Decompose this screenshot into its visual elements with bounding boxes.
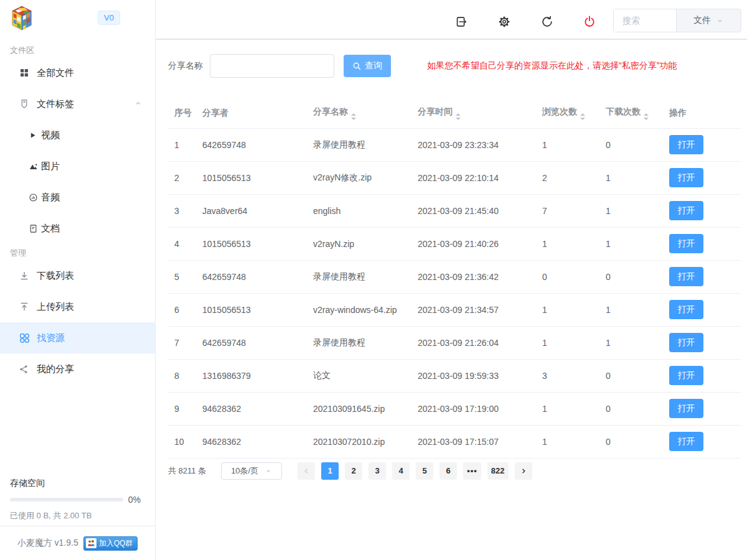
page-button-5[interactable]: 5 [416, 462, 433, 480]
sidebar-item-my-shares[interactable]: 我的分享 [0, 353, 155, 385]
tag-icon [19, 98, 31, 110]
share-name-label: 分享名称 [168, 60, 203, 72]
cell-action: 打开 [663, 293, 741, 326]
sidebar-item-audio[interactable]: 音频 [0, 182, 155, 213]
page-button-3[interactable]: 3 [369, 462, 386, 480]
logout-icon[interactable] [454, 15, 468, 29]
cell-sharer: 1316986379 [196, 359, 307, 392]
cell-action: 打开 [663, 161, 741, 194]
play-icon [29, 131, 38, 140]
search-type-select[interactable]: 文件 [676, 9, 741, 32]
cell-action: 打开 [663, 128, 741, 161]
sidebar-item-image[interactable]: 图片 [0, 151, 155, 182]
cell-time: 2021-03-09 17:19:00 [411, 392, 536, 425]
power-icon[interactable] [583, 15, 596, 29]
cell-downloads: 0 [599, 425, 663, 458]
cell-no: 1 [168, 128, 196, 161]
storage-title: 存储空间 [10, 478, 141, 489]
cell-sharer: 94628362 [196, 425, 307, 458]
table-header: 序号 分享者 分享名称 分享时间 浏览次数 下载次数 操作 [168, 98, 741, 128]
sidebar-item-label: 上传列表 [37, 301, 74, 313]
share-name-input[interactable] [210, 54, 334, 78]
cell-downloads: 0 [599, 359, 663, 392]
col-views[interactable]: 浏览次数 [536, 98, 599, 128]
open-button[interactable]: 打开 [669, 135, 703, 154]
download-icon [19, 269, 31, 282]
filter-row: 分享名称 查询 如果您不希望自己分享的资源显示在此处，请选择“私密分享”功能 [156, 40, 747, 78]
page-button-4[interactable]: 4 [392, 462, 410, 480]
join-qq-group-button[interactable]: 加入QQ群 [83, 536, 138, 551]
cell-name: 录屏使用教程 [307, 326, 411, 359]
page-ellipsis-button[interactable]: ••• [463, 462, 481, 480]
sort-carets-icon[interactable] [456, 113, 461, 120]
section-label-files: 文件区 [0, 44, 155, 57]
app-window: V0 文件区 全部文件 文件标签 视频 [0, 0, 747, 560]
table-row: 3Java8ver64english2021-03-09 21:45:4071打… [168, 194, 741, 227]
sidebar-item-label: 我的分享 [37, 363, 74, 375]
grid-icon [19, 67, 31, 79]
cell-sharer: 1015056513 [196, 227, 307, 260]
page-button-1[interactable]: 1 [321, 462, 339, 480]
storage-usage: 已使用 0 B, 共 2.00 TB [10, 510, 141, 521]
version-badge: V0 [98, 11, 120, 25]
cell-name: 录屏使用教程 [307, 260, 411, 293]
chevron-up-icon[interactable] [134, 99, 143, 110]
sidebar-item-upload-list[interactable]: 上传列表 [0, 291, 155, 322]
sidebar-item-download-list[interactable]: 下载列表 [0, 260, 155, 291]
col-share-name[interactable]: 分享名称 [307, 98, 411, 128]
gear-icon[interactable] [497, 15, 511, 29]
page-button-6[interactable]: 6 [439, 462, 457, 480]
open-button[interactable]: 打开 [669, 333, 703, 352]
cell-action: 打开 [663, 392, 741, 425]
main-content: 分享名称 查询 如果您不希望自己分享的资源显示在此处，请选择“私密分享”功能 序… [156, 40, 747, 480]
open-button[interactable]: 打开 [669, 168, 703, 187]
page-list: 123456•••822 [318, 462, 511, 480]
sidebar-item-label: 视频 [41, 129, 60, 141]
cell-sharer: 94628362 [196, 392, 307, 425]
sidebar-item-file-tags[interactable]: 文件标签 [0, 88, 155, 119]
cell-name: 202103072010.zip [307, 425, 411, 458]
col-no: 序号 [168, 98, 196, 128]
search-input[interactable] [614, 9, 676, 32]
sidebar-item-find-resources[interactable]: 找资源 [0, 322, 155, 353]
sidebar-item-all-files[interactable]: 全部文件 [0, 57, 155, 88]
sort-carets-icon[interactable] [580, 113, 585, 120]
cell-sharer: Java8ver64 [196, 194, 307, 227]
cell-downloads: 0 [599, 260, 663, 293]
open-button[interactable]: 打开 [669, 432, 703, 451]
cell-views: 0 [536, 260, 599, 293]
document-icon [29, 224, 38, 233]
col-downloads[interactable]: 下载次数 [599, 98, 663, 128]
cell-views: 1 [536, 392, 599, 425]
cell-sharer: 642659748 [196, 326, 307, 359]
open-button[interactable]: 打开 [669, 366, 703, 385]
cell-views: 1 [536, 227, 599, 260]
open-button[interactable]: 打开 [669, 201, 703, 220]
cell-views: 1 [536, 425, 599, 458]
page-button-822[interactable]: 822 [487, 462, 509, 480]
sort-carets-icon[interactable] [644, 113, 649, 120]
refresh-icon[interactable] [540, 15, 554, 29]
table-row: 41015056513v2rayN.zip2021-03-09 21:40:26… [168, 227, 741, 260]
page-button-2[interactable]: 2 [345, 462, 362, 480]
table-row: 1642659748录屏使用教程2021-03-09 23:23:3410打开 [168, 128, 741, 161]
sidebar-item-label: 文件标签 [37, 98, 74, 110]
sidebar-item-video[interactable]: 视频 [0, 119, 155, 151]
page-size-select[interactable]: 10条/页 [221, 462, 282, 480]
chevron-down-icon [265, 467, 272, 475]
open-button[interactable]: 打开 [669, 300, 703, 319]
col-share-time[interactable]: 分享时间 [411, 98, 536, 128]
open-button[interactable]: 打开 [669, 234, 703, 253]
app-logo-cube-icon [10, 5, 34, 31]
next-page-button[interactable] [515, 462, 532, 480]
sort-carets-icon[interactable] [351, 113, 356, 120]
sidebar-item-doc[interactable]: 文档 [0, 213, 155, 244]
open-button[interactable]: 打开 [669, 399, 703, 418]
open-button[interactable]: 打开 [669, 267, 703, 286]
query-button[interactable]: 查询 [344, 55, 391, 77]
cell-action: 打开 [663, 425, 741, 458]
pagination: 共 8211 条 10条/页 123456•••822 [168, 462, 747, 480]
prev-page-button[interactable] [298, 462, 315, 480]
cell-name: v2ray-windows-64.zip [307, 293, 411, 326]
cell-downloads: 1 [599, 326, 663, 359]
